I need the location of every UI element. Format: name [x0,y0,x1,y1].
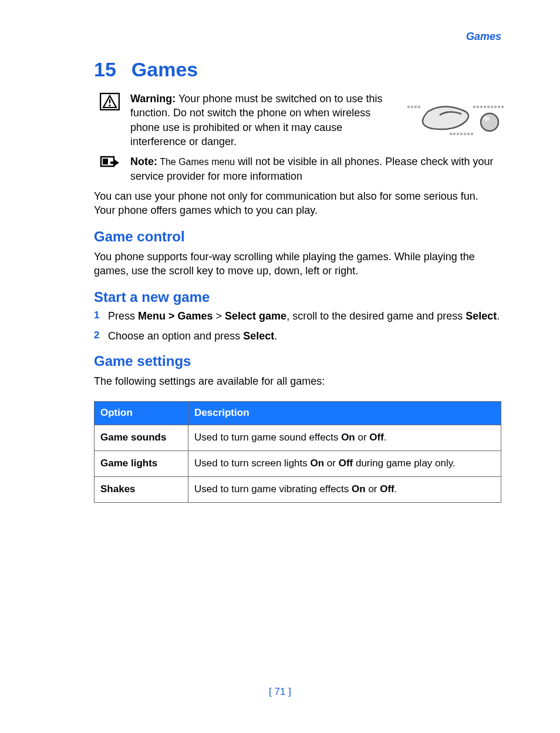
step-number: 1 [94,309,102,323]
table-header-row: Option Description [95,402,501,425]
chapter-heading: 15Games [94,56,501,83]
svg-rect-4 [407,106,410,108]
svg-rect-11 [484,106,486,108]
note-text: Note: The Games menu will not be visible… [130,156,493,181]
svg-rect-13 [491,106,493,108]
games-illustration [407,103,507,139]
settings-table: Option Description Game sounds Used to t… [94,401,501,503]
step-text: Press Menu > Games > Select game, scroll… [108,309,500,323]
warning-icon [100,93,121,110]
svg-point-25 [484,116,490,121]
warning-label: Warning: [130,93,176,105]
svg-marker-28 [110,159,119,166]
step-number: 2 [94,329,102,343]
svg-rect-5 [411,106,413,108]
note-label: Note: [130,156,157,167]
note-icon [100,156,121,171]
svg-rect-14 [494,106,497,108]
svg-rect-17 [450,133,452,135]
page-number: [ 71 ] [0,685,560,699]
note-part-a: The Games menu [157,157,235,167]
svg-point-24 [481,113,498,131]
col-description: Description [188,402,501,425]
description-cell: Used to turn game sound effects On or Of… [188,425,501,451]
section-heading-control: Game control [94,227,501,246]
description-cell: Used to turn screen lights On or Off dur… [188,451,501,477]
svg-rect-9 [477,106,479,108]
description-cell: Used to turn game vibrating effects On o… [188,477,501,503]
svg-rect-12 [487,106,490,108]
svg-rect-20 [460,133,463,135]
list-item: 2 Choose an option and press Select. [94,329,501,343]
svg-rect-8 [473,106,475,108]
running-header: Games [94,29,501,43]
intro-paragraph: You can use your phone not only for comm… [94,189,501,218]
list-item: 1 Press Menu > Games > Select game, scro… [94,309,501,323]
svg-point-3 [109,105,110,106]
svg-rect-15 [498,106,500,108]
svg-rect-7 [418,106,420,108]
svg-rect-19 [457,133,459,135]
svg-rect-10 [480,106,483,108]
option-cell: Game lights [95,451,188,477]
svg-rect-18 [453,133,456,135]
chapter-title: Games [131,58,198,80]
table-row: Shakes Used to turn game vibrating effec… [95,477,501,503]
option-cell: Shakes [95,477,188,503]
col-option: Option [95,402,188,425]
svg-rect-16 [501,106,504,108]
note-callout: Note: The Games menu will not be visible… [100,154,501,183]
table-row: Game sounds Used to turn game sound effe… [95,425,501,451]
svg-rect-27 [103,159,108,164]
settings-body: The following settings are available for… [94,374,501,388]
option-cell: Game sounds [95,425,188,451]
svg-rect-21 [464,133,466,135]
start-steps: 1 Press Menu > Games > Select game, scro… [94,309,501,344]
warning-text: Warning: Your phone must be switched on … [130,93,383,147]
svg-rect-22 [467,133,470,135]
section-heading-settings: Game settings [94,352,501,371]
chapter-number: 15 [94,58,116,80]
table-row: Game lights Used to turn screen lights O… [95,451,501,477]
control-body: You phone supports four-way scrolling wh… [94,250,501,278]
svg-rect-6 [414,106,417,108]
step-text: Choose an option and press Select. [108,329,277,343]
svg-rect-23 [471,133,473,135]
section-heading-start: Start a new game [94,288,501,307]
warning-callout: Warning: Your phone must be switched on … [100,92,501,149]
